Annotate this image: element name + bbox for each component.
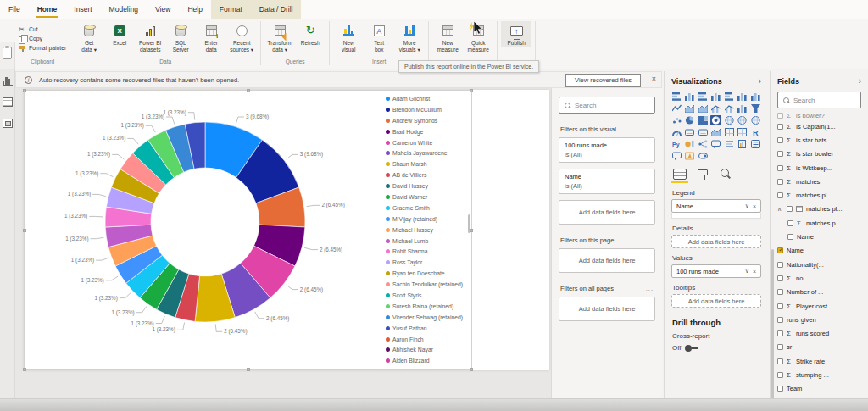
legend-item[interactable]: Graeme Smith: [386, 203, 467, 214]
visual-icon-kpi[interactable]: [710, 127, 721, 137]
visual-icon-area-chart[interactable]: [684, 103, 695, 114]
tab-fields[interactable]: [673, 169, 687, 183]
field-item-runs-scored[interactable]: Σruns scored: [777, 326, 861, 340]
ribbon-tab-help[interactable]: Help: [179, 0, 210, 19]
ribbon-tab-data-drill[interactable]: Data / Drill: [251, 0, 302, 19]
ribbon-tab-home[interactable]: Home: [29, 0, 66, 19]
legend-item[interactable]: David Warner: [386, 192, 467, 203]
new-visual-button[interactable]: Newvisual: [333, 21, 364, 53]
remove-field-icon[interactable]: ×: [753, 203, 756, 209]
visual-icon-table[interactable]: [724, 127, 735, 137]
filters-search-input[interactable]: Search: [559, 97, 655, 114]
report-page[interactable]: 3 (9.68%)3 (9.68%)2 (6.45%)2 (6.45%)2 (6…: [24, 90, 549, 370]
field-item-sr[interactable]: sr: [777, 341, 861, 354]
field-item-is-wktkeep[interactable]: Σis Wktkeep...: [777, 161, 861, 175]
field-item-is-bowler[interactable]: Σis bowler?: [777, 111, 861, 119]
more-options-icon[interactable]: ...: [646, 236, 654, 244]
chevron-down-icon[interactable]: ∨: [745, 268, 749, 275]
field-item-matches[interactable]: Σmatches: [777, 175, 861, 188]
model-view-icon[interactable]: [3, 119, 13, 128]
get-data-button[interactable]: Getdata ▾: [74, 21, 104, 53]
field-item-stumping[interactable]: Σstumping ...: [777, 368, 861, 381]
visual-icon-key-influencers-2[interactable]: [684, 151, 695, 161]
field-checkbox[interactable]: [777, 317, 783, 323]
more-options-icon[interactable]: ...: [646, 125, 654, 133]
field-item-number-of[interactable]: Number of ...: [777, 286, 861, 299]
visual-icon-power-apps[interactable]: [698, 151, 709, 161]
sql-server-button[interactable]: SQLServer: [165, 21, 196, 53]
text-box-button[interactable]: ATextbox: [364, 21, 394, 53]
field-checkbox[interactable]: [777, 124, 783, 130]
legend-item[interactable]: Cameron White: [386, 137, 467, 148]
field-item-name[interactable]: Name: [787, 230, 861, 243]
visual-icon-100-stacked-column-chart[interactable]: [737, 92, 748, 102]
visual-icon-shape-map[interactable]: [750, 115, 761, 125]
legend-scrollbar[interactable]: [468, 214, 470, 233]
resize-handle[interactable]: [470, 368, 473, 371]
field-checkbox[interactable]: [777, 151, 783, 157]
field-checkbox[interactable]: [777, 179, 783, 185]
legend-item[interactable]: Sachin Tendulkar (retained): [386, 279, 467, 290]
more-options-icon[interactable]: ...: [646, 285, 654, 292]
field-checkbox[interactable]: [777, 137, 783, 143]
field-checkbox[interactable]: [777, 113, 783, 119]
field-item-matches-p[interactable]: Σmatches p...: [787, 216, 861, 230]
field-checkbox[interactable]: [777, 303, 783, 309]
legend-item[interactable]: Ryan ten Doeschate: [386, 268, 467, 279]
field-item-is-star-bats[interactable]: Σis star bats...: [777, 133, 861, 147]
field-checkbox[interactable]: [777, 358, 783, 364]
copy-button[interactable]: Copy: [19, 34, 66, 43]
filter-card[interactable]: 100 runs madeis (All): [559, 137, 655, 163]
visual-icon-get-more-visuals[interactable]: …: [710, 151, 721, 161]
visual-icon-card[interactable]: [684, 127, 695, 137]
filter-dropzone[interactable]: Add data fields here: [559, 248, 655, 273]
cross-report-toggle[interactable]: Off: [672, 344, 760, 352]
field-item-team[interactable]: Team: [777, 382, 861, 396]
visual-icon-python-visual[interactable]: Py: [671, 139, 682, 149]
field-checkbox[interactable]: [777, 165, 783, 171]
field-item-is-captain-1[interactable]: ΣIs Captain(1...: [777, 119, 861, 133]
publish-button[interactable]: ↑Publish: [501, 21, 531, 47]
collapse-pane-icon[interactable]: ›: [859, 76, 861, 86]
legend-item[interactable]: Scott Styris: [386, 290, 467, 301]
legend-item[interactable]: Abhishek Nayar: [386, 344, 467, 355]
field-item-nationality[interactable]: Nationality(...: [777, 258, 861, 271]
legend-well-pill[interactable]: Name ∨ ×: [671, 199, 761, 213]
visual-icon-smart-narrative[interactable]: [724, 139, 735, 149]
new-measure-button[interactable]: Newmeasure: [432, 21, 463, 53]
refresh-button[interactable]: ↻Refresh: [295, 21, 326, 47]
filter-dropzone[interactable]: Add data fields here: [559, 297, 655, 321]
tooltips-well-dropzone[interactable]: Add data fields here: [671, 294, 761, 308]
tab-analytics[interactable]: [720, 169, 731, 183]
values-well-pill[interactable]: 100 runs made ∨ ×: [671, 264, 761, 278]
legend-item[interactable]: Adam Gilchrist: [386, 93, 467, 104]
legend-item[interactable]: Michael Hussey: [386, 225, 467, 236]
field-item-is-star-bowler[interactable]: Σis star bowler: [777, 147, 861, 161]
visual-icon-stacked-area-chart[interactable]: [698, 103, 709, 114]
collapse-pane-icon[interactable]: ›: [759, 76, 761, 86]
visual-icon-paginated-report[interactable]: [737, 139, 748, 149]
field-checkbox[interactable]: [777, 372, 783, 378]
legend-item[interactable]: Ross Taylor: [386, 257, 467, 268]
recent-sources-button[interactable]: Recentsources ▾: [226, 21, 257, 53]
visual-icon-line-and-clustered-column-chart[interactable]: [724, 103, 735, 114]
visual-icon-scatter-chart[interactable]: [671, 115, 682, 125]
field-item-matches-pl[interactable]: Σmatches pl...: [777, 188, 861, 202]
legend-item[interactable]: Aaron Finch: [386, 334, 467, 345]
visual-icon-stacked-bar-chart[interactable]: [671, 92, 682, 102]
legend-item[interactable]: Mahela Jayawardene: [386, 147, 467, 158]
visual-icon-slicer[interactable]: [750, 139, 761, 149]
visual-icon-qa-visual[interactable]: [710, 139, 721, 149]
legend-item[interactable]: Aiden Blizzard: [386, 355, 467, 366]
legend-item[interactable]: AB de Villiers: [386, 169, 467, 181]
field-checkbox[interactable]: [787, 234, 793, 240]
field-checkbox[interactable]: [777, 330, 783, 336]
collapse-field-icon[interactable]: ∧: [777, 206, 783, 213]
visual-icon-waterfall-chart[interactable]: [737, 103, 748, 114]
visual-icon-stacked-column-chart[interactable]: [684, 92, 695, 102]
format-painter-button[interactable]: Format painter: [19, 43, 66, 53]
visual-icon-map[interactable]: [724, 115, 735, 125]
legend-item[interactable]: David Hussey: [386, 181, 467, 192]
legend-item[interactable]: Michael Lumb: [386, 236, 467, 247]
remove-field-icon[interactable]: ×: [753, 269, 756, 275]
